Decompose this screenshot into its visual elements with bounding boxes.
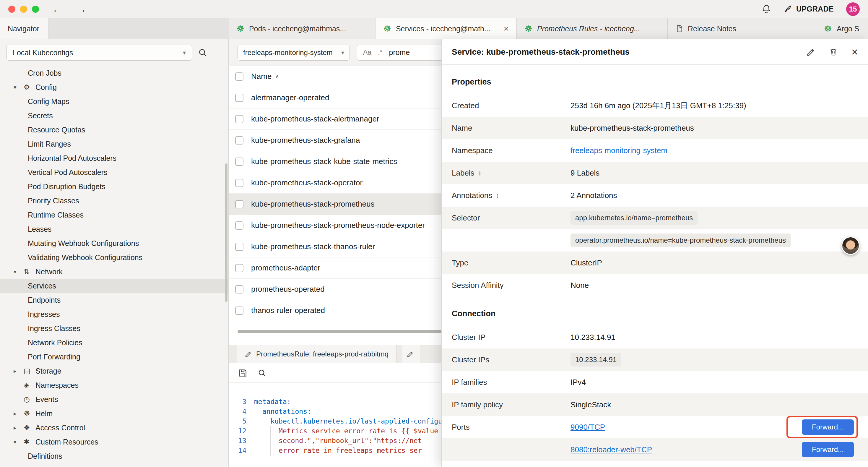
sidebar-item-horizontal-pod-autoscalers[interactable]: Horizontal Pod Autoscalers [0,151,228,165]
chevron-down-icon[interactable]: ▾ [13,84,24,91]
chevron-right-icon[interactable]: ▸ [13,425,24,431]
editor-search-icon[interactable] [258,369,267,377]
detail-label-text: Cluster IP [452,333,486,342]
forward-button[interactable]: Forward... [802,442,854,457]
sidebar-item-services[interactable]: Services [0,279,228,293]
tab-close-icon[interactable]: × [499,24,509,34]
sidebar-item-network[interactable]: ▾⇅Network [0,265,228,279]
presence-avatar [841,236,860,255]
chevron-right-icon[interactable]: ▸ [13,410,24,417]
edit-icon[interactable] [807,48,815,56]
tab-label: Pods - icecheng@mathmas... [249,25,346,33]
tab-pods-icecheng-mathmas[interactable]: ☸Pods - icecheng@mathmas... [229,18,375,39]
row-checkbox[interactable] [235,94,243,102]
sidebar-item-namespaces[interactable]: ◈Namespaces [0,378,228,392]
token-key: metadata: [254,398,291,406]
code-text: Metrics service error rate is {{ $value [254,426,438,436]
sidebar-item-runtime-classes[interactable]: Runtime Classes [0,208,228,222]
column-name-label: Name [251,72,272,81]
close-icon[interactable]: × [851,47,858,58]
sidebar-item-cron-jobs[interactable]: Cron Jobs [0,66,228,80]
section-heading-connection: Connection [442,296,868,326]
chevron-right-icon[interactable]: ▸ [13,368,24,375]
sidebar-item-resource-quotas[interactable]: Resource Quotas [0,123,228,137]
row-checkbox[interactable] [235,307,243,315]
sidebar-item-port-forwarding[interactable]: Port Forwarding [0,350,228,364]
sidebar-item-mutating-webhook-configurations[interactable]: Mutating Webhook Configurations [0,236,228,250]
kubeconfig-select[interactable]: Local Kubeconfigs ▾ [6,45,192,61]
sidebar-scrollbar[interactable] [225,164,227,302]
sidebar-item-config[interactable]: ▾⚙Config [0,80,228,94]
code-text: error rate in freeleaps metrics ser [254,446,422,456]
sidebar-item-pod-disruption-budgets[interactable]: Pod Disruption Budgets [0,179,228,194]
row-checkbox[interactable] [235,136,243,145]
editor-tab-partial[interactable] [402,345,420,363]
notification-badge[interactable]: 15 [846,2,860,16]
sidebar-item-network-policies[interactable]: Network Policies [0,335,228,350]
sidebar-item-priority-classes[interactable]: Priority Classes [0,194,228,208]
value-link[interactable]: freeleaps-monitoring-system [570,146,668,155]
sidebar-item-events[interactable]: ◷Events [0,392,228,406]
detail-row-session-affinity: Session AffinityNone [442,274,868,296]
row-checkbox[interactable] [235,222,243,230]
row-checkbox[interactable] [235,115,243,123]
chevron-down-icon[interactable]: ▾ [13,268,24,275]
sidebar-item-definitions[interactable]: Definitions [0,449,228,463]
sidebar-item-label: Storage [35,367,61,375]
forward-arrow-icon[interactable]: → [76,3,87,16]
column-header-name[interactable]: Name ∧ [251,72,279,81]
detail-value: 8080:reloader-web/TCPForward... [570,442,868,457]
expand-toggle-icon[interactable]: ↕ [478,169,482,177]
namespace-select[interactable]: freeleaps-monitoring-system ▾ [238,45,350,61]
tab-argo-s[interactable]: ☸Argo S [816,18,868,39]
minimize-window-button[interactable] [20,6,27,13]
sidebar-search-icon[interactable] [198,48,208,57]
tab-prometheus-rules-icecheng[interactable]: ☸Prometheus Rules - icecheng... [517,18,668,39]
row-checkbox[interactable] [235,179,243,187]
row-checkbox[interactable] [235,243,243,251]
sidebar-item-helm[interactable]: ▸☸Helm [0,406,228,420]
row-checkbox[interactable] [235,200,243,208]
navigator-tab[interactable]: Navigator [0,18,49,39]
kubernetes-icon: ☸ [524,24,532,34]
select-all-checkbox[interactable] [235,72,243,81]
upgrade-button[interactable]: UPGRADE [784,5,834,13]
sidebar-item-validating-webhook-configurations[interactable]: Validating Webhook Configurations [0,250,228,265]
row-checkbox[interactable] [235,264,243,272]
expand-toggle-icon[interactable]: ↕ [496,192,499,200]
sidebar-item-ingresses[interactable]: Ingresses [0,307,228,321]
token-string: error rate in freeleaps metrics ser [279,447,422,454]
sidebar-item-limit-ranges[interactable]: Limit Ranges [0,137,228,151]
editor-tab-prometheusrule-freeleaps-prod-rabbitmq[interactable]: PrometheusRule: freeleaps-prod-rabbitmq [237,345,397,363]
chevron-down-icon[interactable]: ▾ [13,439,24,445]
sidebar-item-endpoints[interactable]: Endpoints [0,293,228,307]
detail-value: ClusterIP [570,258,868,267]
save-icon[interactable] [238,368,248,378]
zoom-window-button[interactable] [32,6,39,13]
bell-icon[interactable] [761,4,771,14]
delete-icon[interactable] [829,48,838,56]
sidebar-item-storage[interactable]: ▸▤Storage [0,364,228,378]
tab-release-notes[interactable]: Release Notes [668,18,816,39]
forward-button[interactable]: Forward... [802,419,854,435]
sidebar-item-access-control[interactable]: ▸❖Access Control [0,420,228,435]
port-link[interactable]: 8080:reloader-web/TCP [570,445,652,454]
back-arrow-icon[interactable]: ← [52,3,63,16]
sidebar-item-secrets[interactable]: Secrets [0,109,228,123]
sidebar-item-vertical-pod-autoscalers[interactable]: Vertical Pod Autoscalers [0,165,228,179]
tab-label: Prometheus Rules - icecheng... [537,25,640,33]
regex-toggle[interactable]: .* [378,49,382,56]
match-case-toggle[interactable]: Aa [363,49,371,56]
search-query-text: prome [389,48,410,57]
sidebar-item-leases[interactable]: Leases [0,222,228,236]
tab-services-icecheng-math[interactable]: ☸Services - icecheng@math...× [375,18,517,39]
sidebar-item-config-maps[interactable]: Config Maps [0,94,228,109]
window-controls [8,6,39,13]
sidebar-item-custom-resources[interactable]: ▾✱Custom Resources [0,435,228,449]
row-checkbox[interactable] [235,285,243,293]
close-window-button[interactable] [8,6,16,13]
port-link[interactable]: 9090/TCP [570,423,605,432]
row-checkbox[interactable] [235,157,243,166]
value-chip: 10.233.14.91 [570,353,621,367]
sidebar-item-ingress-classes[interactable]: Ingress Classes [0,321,228,335]
